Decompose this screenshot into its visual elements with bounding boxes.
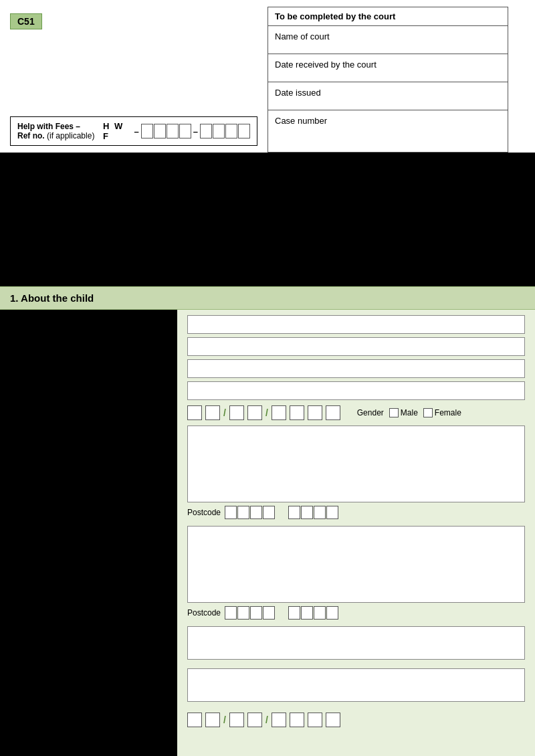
postcode-boxes-1a xyxy=(225,506,275,519)
gender-male-option[interactable]: Male xyxy=(389,408,418,417)
case-number-field: Case number xyxy=(268,110,508,138)
date-sep-1: / xyxy=(223,407,226,418)
extra-field-2 xyxy=(187,668,525,707)
postcode-boxes-1b xyxy=(288,506,338,519)
postcode-label-2: Postcode xyxy=(187,608,221,618)
gender-group: Gender Male Female xyxy=(357,408,461,417)
court-name-field: Name of court xyxy=(268,26,508,54)
gender-female-label: Female xyxy=(435,408,461,417)
postcode-box[interactable] xyxy=(314,506,326,519)
bottom-spacer xyxy=(187,733,525,756)
dob-year-2[interactable] xyxy=(290,405,304,420)
hwf-box[interactable] xyxy=(200,124,212,138)
gender-label: Gender xyxy=(357,408,384,417)
address-block-1[interactable] xyxy=(187,426,525,502)
hwf-input-group: H W F – – xyxy=(103,121,250,141)
address-textarea-2[interactable] xyxy=(191,530,521,597)
section1-header: 1. About the child xyxy=(0,286,535,310)
dob2-month-2[interactable] xyxy=(247,713,262,727)
dob2-year-3[interactable] xyxy=(308,713,322,727)
hwf-dash-1: – xyxy=(134,126,139,136)
extra-field-1 xyxy=(187,626,525,665)
hwf-dash-2: – xyxy=(193,126,198,136)
dob-month-1[interactable] xyxy=(229,405,244,420)
hwf-box[interactable] xyxy=(179,124,191,138)
postcode-box[interactable] xyxy=(225,506,237,519)
ref-suffix: (if applicable) xyxy=(47,131,94,140)
dob-year-3[interactable] xyxy=(308,405,322,420)
child-name-row-2 xyxy=(187,337,525,356)
gender-male-checkbox[interactable] xyxy=(389,408,399,417)
hwf-box[interactable] xyxy=(167,124,179,138)
postcode-box[interactable] xyxy=(288,506,300,519)
hwf-box[interactable] xyxy=(225,124,237,138)
postcode-box[interactable] xyxy=(263,506,275,519)
section1-body: / / Gender Male Female xyxy=(0,310,535,756)
image-placeholder xyxy=(0,153,535,286)
child-name-input-1[interactable] xyxy=(187,315,525,334)
dob-month-2[interactable] xyxy=(247,405,262,420)
date-sep-2: / xyxy=(265,407,268,418)
help-fees-box: Help with Fees – Ref no. (if applicable)… xyxy=(10,116,257,146)
postcode-label-1: Postcode xyxy=(187,508,221,517)
postcode-box[interactable] xyxy=(237,506,249,519)
dob-row-2: / / xyxy=(187,713,525,727)
court-box-header: To be completed by the court xyxy=(268,7,508,26)
child-name-input-4[interactable] xyxy=(187,381,525,400)
dob-day-1[interactable] xyxy=(187,405,202,420)
extra-textarea-2[interactable] xyxy=(187,668,525,702)
address-block-2[interactable] xyxy=(187,526,525,603)
gender-female-checkbox[interactable] xyxy=(423,408,433,417)
postcode-box[interactable] xyxy=(301,506,313,519)
postcode-box[interactable] xyxy=(225,606,237,620)
section1-form: / / Gender Male Female xyxy=(177,310,535,756)
postcode-row-2: Postcode xyxy=(187,606,525,620)
section1-left-image xyxy=(0,310,177,756)
c51-badge: C51 xyxy=(10,13,42,29)
help-fees-label: Help with Fees – Ref no. (if applicable) xyxy=(17,122,98,140)
dob-day-2[interactable] xyxy=(205,405,220,420)
postcode-boxes-2b xyxy=(288,606,338,620)
dob2-day-1[interactable] xyxy=(187,713,202,727)
dob2-year-2[interactable] xyxy=(290,713,304,727)
child-name-input-2[interactable] xyxy=(187,337,525,356)
postcode-boxes-2a xyxy=(225,606,275,620)
child-name-row-3 xyxy=(187,359,525,378)
court-box: To be completed by the court Name of cou… xyxy=(268,7,508,153)
postcode-box[interactable] xyxy=(237,606,249,620)
gender-female-option[interactable]: Female xyxy=(423,408,461,417)
dob2-day-2[interactable] xyxy=(205,713,220,727)
hwf-box[interactable] xyxy=(213,124,225,138)
date-received-field: Date received by the court xyxy=(268,54,508,82)
postcode-box[interactable] xyxy=(326,506,338,519)
address-textarea-1[interactable] xyxy=(191,430,521,496)
hwf-box[interactable] xyxy=(141,124,153,138)
child-name-row-1 xyxy=(187,315,525,334)
date-issued-field: Date issued xyxy=(268,82,508,110)
extra-textarea-1[interactable] xyxy=(187,626,525,660)
postcode-box[interactable] xyxy=(250,506,262,519)
dob2-year-1[interactable] xyxy=(272,713,286,727)
postcode-box[interactable] xyxy=(250,606,262,620)
dob2-month-1[interactable] xyxy=(229,713,244,727)
dob-year-4[interactable] xyxy=(326,405,340,420)
child-name-row-4 xyxy=(187,381,525,400)
dob-gender-row: / / Gender Male Female xyxy=(187,405,525,420)
ref-label: Ref no. xyxy=(17,131,45,140)
date-sep-4: / xyxy=(265,715,268,725)
date-sep-3: / xyxy=(223,715,226,725)
hwf-box[interactable] xyxy=(154,124,166,138)
dob2-year-4[interactable] xyxy=(326,713,340,727)
postcode-box[interactable] xyxy=(326,606,338,620)
postcode-row-1: Postcode xyxy=(187,506,525,519)
dob-year-1[interactable] xyxy=(272,405,286,420)
postcode-box[interactable] xyxy=(263,606,275,620)
child-name-input-3[interactable] xyxy=(187,359,525,378)
hwf-boxes-1 xyxy=(141,124,191,138)
postcode-box[interactable] xyxy=(314,606,326,620)
hwf-box[interactable] xyxy=(238,124,250,138)
postcode-box[interactable] xyxy=(288,606,300,620)
hwf-prefix: H W F xyxy=(103,121,132,141)
postcode-box[interactable] xyxy=(301,606,313,620)
gender-male-label: Male xyxy=(401,408,418,417)
